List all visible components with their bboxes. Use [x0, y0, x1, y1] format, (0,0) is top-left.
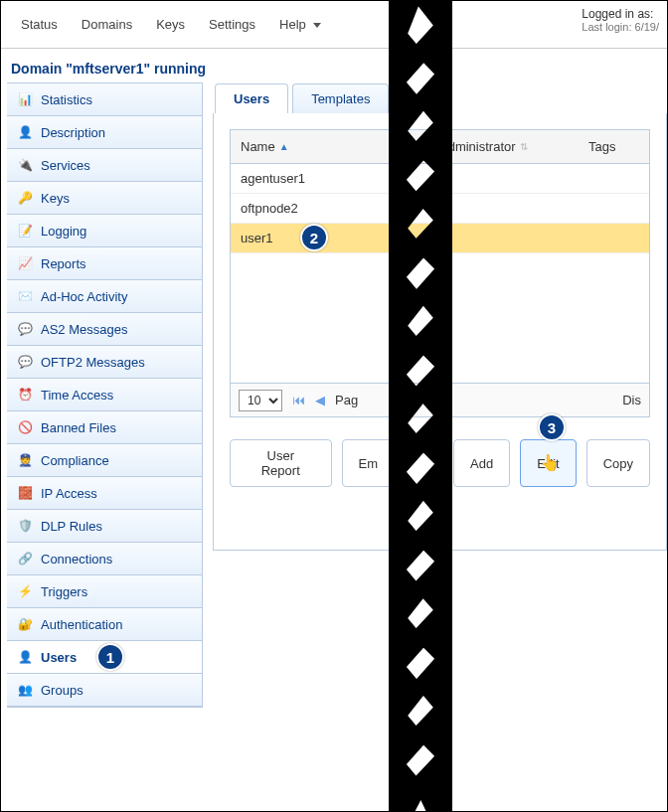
firewall-icon: 🧱	[17, 485, 33, 501]
sidebar-item-services[interactable]: 🔌 Services	[7, 149, 202, 182]
shield-user-icon: 👮	[17, 452, 33, 468]
sidebar-item-label: Groups	[41, 683, 84, 698]
sidebar-item-adhoc[interactable]: ✉️ Ad-Hoc Activity	[7, 280, 202, 313]
login-info-line1: Logged in as:	[582, 7, 659, 21]
sidebar-item-statistics[interactable]: 📊 Statistics	[7, 83, 202, 116]
sidebar-item-groups[interactable]: 👥 Groups	[7, 674, 202, 707]
log-icon: 📝	[17, 223, 33, 239]
annotation-3: 3	[538, 413, 566, 441]
menu-help-label: Help	[279, 17, 306, 32]
sidebar-item-label: Ad-Hoc Activity	[41, 289, 127, 304]
annotation-1: 1	[96, 643, 124, 671]
plug-icon: 🔌	[17, 157, 33, 173]
em-button[interactable]: Em	[342, 439, 396, 487]
sidebar-item-label: Statistics	[41, 92, 92, 107]
sidebar-item-label: OFTP2 Messages	[41, 355, 145, 370]
login-info: Logged in as: Last login: 6/19/	[582, 7, 659, 33]
menu-status[interactable]: Status	[21, 17, 58, 32]
report-icon: 📈	[17, 255, 33, 271]
top-menu: Status Domains Keys Settings Help	[21, 17, 321, 32]
sort-icon: ⇅	[520, 141, 528, 152]
lock-icon: 🔐	[17, 616, 33, 632]
sidebar-item-as2[interactable]: 💬 AS2 Messages	[7, 313, 202, 346]
sidebar-item-label: DLP Rules	[41, 519, 102, 534]
sidebar-item-authentication[interactable]: 🔐 Authentication	[7, 608, 202, 641]
sidebar-item-label: Users	[41, 650, 77, 665]
top-menu-bar: Status Domains Keys Settings Help Logged…	[1, 1, 667, 49]
sidebar-item-users[interactable]: 👤 Users 1	[7, 641, 202, 674]
key-icon: 🔑	[17, 190, 33, 206]
sidebar-item-label: Compliance	[41, 453, 109, 468]
login-info-line2: Last login: 6/19/	[582, 21, 659, 33]
menu-keys[interactable]: Keys	[156, 17, 185, 32]
sidebar-item-label: Triggers	[41, 584, 87, 599]
col-header-tags-label: Tags	[588, 139, 615, 154]
menu-help[interactable]: Help	[279, 17, 321, 32]
sidebar-item-label: Description	[41, 125, 105, 140]
prev-page-icon[interactable]: ◀	[315, 393, 325, 407]
user-icon: 👤	[17, 124, 33, 140]
sidebar-item-label: Banned Files	[41, 420, 116, 435]
sidebar-item-keys[interactable]: 🔑 Keys	[7, 182, 202, 215]
col-header-tags[interactable]: Tags	[579, 130, 649, 163]
sidebar-item-label: Connections	[41, 552, 112, 567]
sidebar-item-dlp[interactable]: 🛡️ DLP Rules	[7, 510, 202, 543]
chart-bar-icon: 📊	[17, 91, 33, 107]
sidebar-item-label: Logging	[41, 224, 86, 239]
page-size-select[interactable]: 10	[239, 390, 282, 411]
sidebar-item-logging[interactable]: 📝 Logging	[7, 215, 202, 247]
mail-icon: ✉️	[17, 288, 33, 304]
domain-title: Domain "mftserver1" running	[1, 49, 667, 82]
copy-button[interactable]: Copy	[586, 439, 650, 487]
sidebar-item-description[interactable]: 👤 Description	[7, 116, 202, 149]
first-page-icon[interactable]: ⏮	[292, 393, 305, 407]
ban-icon: 🚫	[17, 419, 33, 435]
sidebar: 📊 Statistics 👤 Description 🔌 Services 🔑 …	[7, 82, 203, 708]
sidebar-item-label: Authentication	[41, 617, 122, 632]
sidebar-item-triggers[interactable]: ⚡ Triggers	[7, 575, 202, 608]
sort-asc-icon: ▲	[279, 141, 289, 152]
sidebar-item-label: IP Access	[41, 486, 97, 501]
sidebar-item-reports[interactable]: 📈 Reports	[7, 247, 202, 280]
menu-domains[interactable]: Domains	[82, 17, 132, 32]
message-icon: 💬	[17, 321, 33, 337]
group-icon: 👥	[17, 682, 33, 698]
tab-templates[interactable]: Templates	[292, 83, 389, 114]
clock-icon: ⏰	[17, 387, 33, 403]
chevron-down-icon	[313, 23, 321, 28]
sidebar-item-label: Time Access	[41, 388, 113, 403]
sidebar-item-connections[interactable]: 🔗 Connections	[7, 543, 202, 575]
message-icon: 💬	[17, 354, 33, 370]
sidebar-item-label: AS2 Messages	[41, 322, 127, 337]
link-icon: 🔗	[17, 551, 33, 567]
user-report-button[interactable]: User Report	[230, 439, 332, 487]
add-button[interactable]: Add	[453, 439, 510, 487]
tab-users[interactable]: Users	[215, 83, 288, 114]
col-header-name-label: Name	[241, 139, 275, 154]
users-icon: 👤	[17, 649, 33, 665]
shield-icon: 🛡️	[17, 518, 33, 534]
sidebar-item-ip-access[interactable]: 🧱 IP Access	[7, 477, 202, 510]
sidebar-item-compliance[interactable]: 👮 Compliance	[7, 444, 202, 477]
sidebar-item-banned-files[interactable]: 🚫 Banned Files	[7, 411, 202, 444]
trigger-icon: ⚡	[17, 583, 33, 599]
annotation-2: 2	[300, 224, 328, 251]
page-label: Pag	[335, 393, 358, 407]
sidebar-item-label: Services	[41, 158, 90, 173]
sidebar-item-oftp2[interactable]: 💬 OFTP2 Messages	[7, 346, 202, 379]
sidebar-item-time-access[interactable]: ⏰ Time Access	[7, 379, 202, 411]
sidebar-item-label: Keys	[41, 191, 70, 206]
menu-settings[interactable]: Settings	[209, 17, 255, 32]
display-label: Dis	[622, 393, 641, 407]
sidebar-item-label: Reports	[41, 256, 86, 271]
edit-button[interactable]: Edit	[520, 439, 576, 487]
